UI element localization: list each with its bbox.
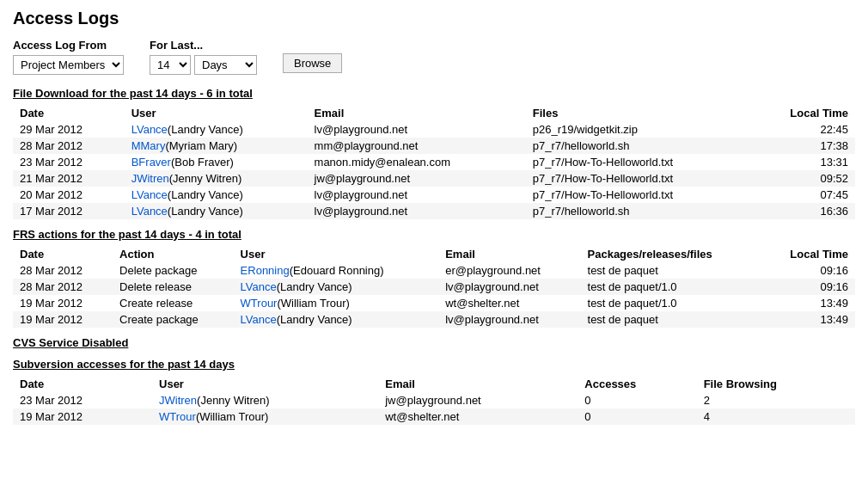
frs-action: Create package — [113, 311, 234, 328]
fd-localtime: 16:36 — [750, 203, 855, 219]
fd-localtime: 17:38 — [750, 138, 855, 154]
cvs-title: CVS Service Disabled — [13, 336, 855, 349]
frs-user-name: (William Trour) — [277, 297, 350, 310]
fd-user-link[interactable]: MMary — [131, 139, 166, 152]
svn-user-link[interactable]: JWitren — [159, 394, 197, 407]
page-title: Access Logs — [13, 9, 855, 28]
table-row: 19 Mar 2012 Create package LVance(Landry… — [13, 311, 855, 328]
table-row: 19 Mar 2012 WTrour(William Trour) wt@she… — [13, 408, 855, 425]
fd-col-date: Date — [13, 105, 125, 121]
fd-email: lv@playground.net — [308, 187, 526, 203]
filter-row: Access Log From Project Members All User… — [13, 39, 855, 75]
frs-date: 19 Mar 2012 — [13, 311, 113, 328]
frs-user: ERonning(Edouard Ronning) — [234, 262, 439, 279]
frs-email: er@playground.net — [438, 262, 580, 279]
frs-localtime: 13:49 — [761, 311, 855, 328]
table-row: 17 Mar 2012 LVance(Landry Vance) lv@play… — [13, 203, 855, 219]
svn-accesses: 0 — [578, 392, 696, 408]
frs-col-localtime: Local Time — [761, 246, 855, 262]
days-value-select[interactable]: 14 7 30 — [150, 55, 191, 75]
fd-localtime: 22:45 — [750, 121, 855, 138]
access-log-from-group: Access Log From Project Members All User… — [13, 39, 124, 75]
fd-files: p7_r7/How-To-Helloworld.txt — [526, 154, 750, 170]
svn-col-email: Email — [378, 376, 578, 392]
fd-user: BFraver(Bob Fraver) — [125, 154, 308, 170]
frs-col-packages: Packages/releases/files — [581, 246, 761, 262]
table-row: 19 Mar 2012 Create release WTrour(Willia… — [13, 295, 855, 311]
fd-files: p26_r19/widgetkit.zip — [526, 121, 750, 138]
fd-user-name: (Myriam Mary) — [165, 139, 237, 152]
table-row: 29 Mar 2012 LVance(Landry Vance) lv@play… — [13, 121, 855, 138]
file-download-title: File Download for the past 14 days - 6 i… — [13, 87, 855, 100]
fd-user-link[interactable]: LVance — [131, 123, 168, 136]
frs-date: 28 Mar 2012 — [13, 262, 113, 279]
table-row: 23 Mar 2012 BFraver(Bob Fraver) manon.mi… — [13, 154, 855, 170]
frs-user-link[interactable]: LVance — [241, 313, 277, 326]
fd-user-link[interactable]: BFraver — [131, 156, 171, 169]
frs-title: FRS actions for the past 14 days - 4 in … — [13, 228, 855, 241]
for-last-group: For Last... 14 7 30 Days Weeks Months — [150, 39, 257, 75]
svn-table: Date User Email Accesses File Browsing 2… — [13, 376, 855, 425]
fd-user: MMary(Myriam Mary) — [125, 138, 308, 154]
svn-accesses: 0 — [578, 408, 696, 425]
table-row: 28 Mar 2012 Delete package ERonning(Edou… — [13, 262, 855, 279]
frs-user-name: (Landry Vance) — [277, 280, 352, 293]
fd-email: lv@playground.net — [308, 121, 526, 138]
table-row: 28 Mar 2012 MMary(Myriam Mary) mm@playgr… — [13, 138, 855, 154]
svn-col-date: Date — [13, 376, 152, 392]
frs-packages: test de paquet/1.0 — [581, 295, 761, 311]
fd-user-link[interactable]: LVance — [131, 188, 168, 201]
frs-user-link[interactable]: LVance — [241, 280, 277, 293]
svn-user-name: (William Trour) — [196, 410, 269, 423]
svn-date: 23 Mar 2012 — [13, 392, 152, 408]
fd-user-link[interactable]: LVance — [131, 205, 168, 218]
frs-action: Delete package — [113, 262, 234, 279]
frs-date: 28 Mar 2012 — [13, 279, 113, 295]
fd-files: p7_r7/How-To-Helloworld.txt — [526, 187, 750, 203]
fd-user: JWitren(Jenny Witren) — [125, 170, 308, 187]
svn-user: WTrour(William Trour) — [152, 408, 378, 425]
frs-localtime: 09:16 — [761, 279, 855, 295]
fd-files: p7_r7/helloworld.sh — [526, 138, 750, 154]
frs-packages: test de paquet/1.0 — [581, 279, 761, 295]
table-row: 28 Mar 2012 Delete release LVance(Landry… — [13, 279, 855, 295]
frs-user-link[interactable]: WTrour — [241, 297, 278, 310]
table-row: 20 Mar 2012 LVance(Landry Vance) lv@play… — [13, 187, 855, 203]
svn-date: 19 Mar 2012 — [13, 408, 152, 425]
svn-user: JWitren(Jenny Witren) — [152, 392, 378, 408]
svn-user-link[interactable]: WTrour — [159, 410, 196, 423]
fd-email: mm@playground.net — [308, 138, 526, 154]
access-log-from-select[interactable]: Project Members All Users — [13, 55, 124, 75]
frs-date: 19 Mar 2012 — [13, 295, 113, 311]
frs-user: LVance(Landry Vance) — [234, 279, 439, 295]
fd-user: LVance(Landry Vance) — [125, 187, 308, 203]
fd-user: LVance(Landry Vance) — [125, 121, 308, 138]
period-select[interactable]: Days Weeks Months — [194, 55, 257, 75]
frs-email: wt@shelter.net — [438, 295, 580, 311]
frs-user: WTrour(William Trour) — [234, 295, 439, 311]
file-download-table: Date User Email Files Local Time 29 Mar … — [13, 105, 855, 219]
fd-user-link[interactable]: JWitren — [131, 172, 169, 185]
fd-user-name: (Jenny Witren) — [169, 172, 242, 185]
browse-row: Browse — [283, 53, 342, 75]
frs-col-action: Action — [113, 246, 234, 262]
frs-user-name: (Landry Vance) — [277, 313, 352, 326]
frs-email: lv@playground.net — [438, 311, 580, 328]
fd-localtime: 07:45 — [750, 187, 855, 203]
frs-user-name: (Edouard Ronning) — [290, 264, 384, 277]
svn-title: Subversion accesses for the past 14 days — [13, 358, 855, 371]
fd-email: jw@playground.net — [308, 170, 526, 187]
svn-filebrowsing: 2 — [697, 392, 855, 408]
fd-files: p7_r7/How-To-Helloworld.txt — [526, 170, 750, 187]
fd-user: LVance(Landry Vance) — [125, 203, 308, 219]
fd-email: manon.midy@enalean.com — [308, 154, 526, 170]
frs-col-date: Date — [13, 246, 113, 262]
fd-files: p7_r7/helloworld.sh — [526, 203, 750, 219]
svn-col-user: User — [152, 376, 378, 392]
svn-email: jw@playground.net — [378, 392, 578, 408]
fd-col-user: User — [125, 105, 308, 121]
frs-table: Date Action User Email Packages/releases… — [13, 246, 855, 328]
frs-localtime: 13:49 — [761, 295, 855, 311]
browse-button[interactable]: Browse — [283, 53, 342, 73]
frs-user-link[interactable]: ERonning — [241, 264, 290, 277]
